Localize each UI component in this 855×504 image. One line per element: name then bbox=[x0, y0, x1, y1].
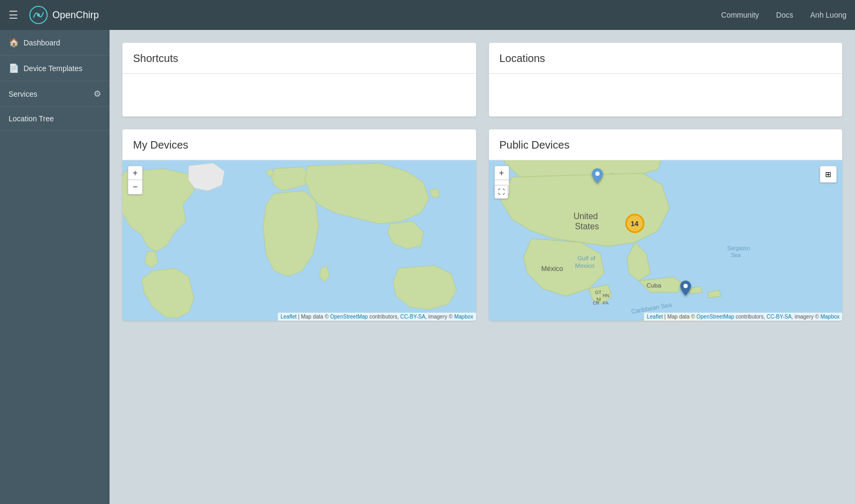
docs-link[interactable]: Docs bbox=[776, 11, 793, 19]
document-icon: 📄 bbox=[9, 63, 19, 73]
app-logo bbox=[29, 5, 48, 25]
svg-point-22 bbox=[595, 172, 600, 176]
svg-text:PA: PA bbox=[602, 300, 608, 306]
sidebar-label-services: Services bbox=[9, 90, 37, 98]
public-devices-attribution: Leaflet | Map data © OpenStreetMap contr… bbox=[644, 313, 842, 321]
osm-link-public[interactable]: OpenStreetMap bbox=[696, 314, 734, 320]
leaflet-link[interactable]: Leaflet bbox=[281, 314, 297, 320]
pin-marker-canada[interactable] bbox=[592, 168, 603, 185]
app-name: OpenChirp bbox=[52, 10, 99, 21]
shortcuts-title: Shortcuts bbox=[122, 43, 476, 74]
pin-marker-venezuela[interactable] bbox=[680, 281, 691, 298]
public-devices-card: Public Devices bbox=[489, 129, 843, 321]
my-devices-map[interactable]: + − Leaflet | Map data © OpenStreetMap c… bbox=[122, 160, 476, 321]
public-devices-title: Public Devices bbox=[489, 129, 843, 160]
locations-title: Locations bbox=[489, 43, 843, 74]
sidebar-label-location-tree: Location Tree bbox=[9, 114, 54, 123]
my-devices-card: My Devices bbox=[122, 129, 476, 321]
ccbysa-link[interactable]: CC-BY-SA bbox=[400, 314, 425, 320]
public-devices-zoom-in[interactable]: + bbox=[495, 166, 509, 180]
svg-text:United: United bbox=[573, 212, 598, 221]
fullscreen-icon: ⛶ bbox=[498, 188, 504, 196]
main-content: Shortcuts Locations My Devices bbox=[110, 30, 855, 504]
svg-text:States: States bbox=[575, 222, 599, 231]
svg-text:Cuba: Cuba bbox=[646, 282, 661, 289]
sidebar: 🏠 Dashboard 📄 Device Templates Services … bbox=[0, 30, 110, 504]
brand: ☰ OpenChirp bbox=[9, 5, 721, 25]
my-devices-zoom-controls: + − bbox=[128, 166, 143, 195]
svg-text:Gulf of: Gulf of bbox=[577, 255, 596, 261]
svg-text:Sargasso: Sargasso bbox=[727, 245, 750, 251]
map-cards-row: My Devices bbox=[122, 129, 842, 321]
public-devices-fullscreen-button[interactable]: ⛶ bbox=[494, 185, 508, 199]
my-devices-zoom-out[interactable]: − bbox=[128, 180, 142, 194]
my-devices-title: My Devices bbox=[122, 129, 476, 160]
public-devices-layers-button[interactable]: ⊞ bbox=[820, 166, 837, 183]
home-icon: 🏠 bbox=[9, 37, 19, 48]
svg-text:México: México bbox=[541, 265, 563, 273]
public-devices-map-background: United States México Cuba Venezuela Colo… bbox=[489, 160, 843, 321]
gear-icon: ⚙ bbox=[94, 89, 101, 99]
my-devices-map-background bbox=[122, 160, 476, 321]
locations-body bbox=[489, 74, 843, 117]
sidebar-item-services[interactable]: Services ⚙ bbox=[0, 81, 110, 107]
hamburger-menu-icon[interactable]: ☰ bbox=[9, 9, 18, 21]
sidebar-item-location-tree[interactable]: Location Tree bbox=[0, 107, 110, 131]
community-link[interactable]: Community bbox=[721, 11, 759, 19]
sidebar-label-dashboard: Dashboard bbox=[24, 38, 60, 47]
layers-icon: ⊞ bbox=[825, 170, 831, 179]
mapbox-link-public[interactable]: Mapbox bbox=[820, 314, 840, 320]
svg-point-1 bbox=[37, 13, 40, 16]
svg-text:GT: GT bbox=[595, 290, 602, 295]
svg-text:Mexico: Mexico bbox=[575, 262, 594, 269]
sidebar-item-device-templates[interactable]: 📄 Device Templates bbox=[0, 56, 110, 81]
user-menu[interactable]: Anh Luong bbox=[810, 11, 846, 19]
locations-card: Locations bbox=[489, 43, 843, 117]
osm-link[interactable]: OpenStreetMap bbox=[330, 314, 368, 320]
sidebar-label-device-templates: Device Templates bbox=[24, 64, 82, 73]
topnav-links: Community Docs Anh Luong bbox=[721, 11, 846, 19]
my-devices-attribution: Leaflet | Map data © OpenStreetMap contr… bbox=[278, 313, 476, 321]
leaflet-link-public[interactable]: Leaflet bbox=[647, 314, 663, 320]
shortcuts-card: Shortcuts bbox=[122, 43, 476, 117]
cluster-marker[interactable]: 14 bbox=[625, 214, 644, 233]
svg-point-23 bbox=[683, 284, 688, 288]
public-devices-map[interactable]: United States México Cuba Venezuela Colo… bbox=[489, 160, 843, 321]
cluster-count: 14 bbox=[631, 220, 638, 228]
shortcuts-body bbox=[122, 74, 476, 117]
sidebar-item-dashboard[interactable]: 🏠 Dashboard bbox=[0, 30, 110, 56]
svg-text:CR: CR bbox=[593, 300, 599, 306]
svg-text:Sea: Sea bbox=[730, 252, 740, 258]
top-cards-row: Shortcuts Locations bbox=[122, 43, 842, 117]
ccbysa-link-public[interactable]: CC-BY-SA bbox=[766, 314, 791, 320]
top-navigation: ☰ OpenChirp Community Docs Anh Luong bbox=[0, 0, 855, 30]
mapbox-link[interactable]: Mapbox bbox=[454, 314, 473, 320]
svg-text:HN: HN bbox=[602, 293, 609, 298]
my-devices-zoom-in[interactable]: + bbox=[128, 166, 142, 180]
